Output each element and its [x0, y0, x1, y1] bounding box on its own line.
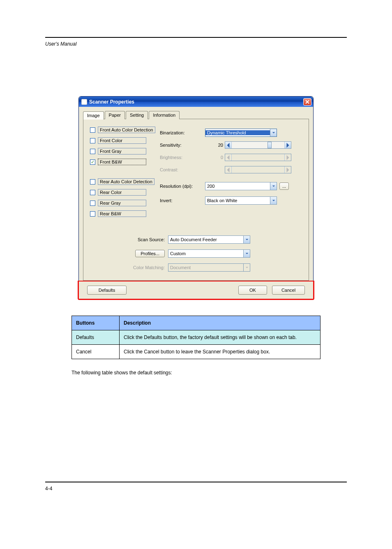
- dropdown-value: Custom: [168, 251, 243, 256]
- slider-thumb[interactable]: [267, 142, 272, 148]
- side-front-gray[interactable]: Front Gray: [90, 148, 160, 155]
- checkbox[interactable]: [90, 127, 95, 133]
- checkbox[interactable]: [90, 149, 95, 154]
- side-label: Rear Color: [98, 189, 146, 196]
- cancel-button[interactable]: Cancel: [272, 286, 305, 295]
- scan-source-dropdown[interactable]: Auto Document Feeder: [168, 235, 250, 244]
- side-label: Rear Gray: [98, 200, 146, 206]
- chevron-down-icon: [270, 197, 277, 204]
- side-label: Front B&W: [98, 159, 146, 165]
- color-matching-dropdown: Document: [168, 263, 250, 272]
- decrement-button: [225, 166, 232, 173]
- side-label: Rear Auto Color Detection: [98, 178, 154, 185]
- tab-page-image: Front Auto Color Detection Front Color F…: [83, 119, 309, 281]
- resolution-more-button[interactable]: ...: [279, 182, 289, 190]
- increment-button[interactable]: [284, 142, 291, 148]
- side-front-bw[interactable]: Front B&W: [90, 159, 160, 165]
- resolution-dropdown[interactable]: 200: [205, 182, 277, 190]
- chevron-down-icon: [270, 129, 277, 136]
- dropdown-value: Dynamic Threshold: [205, 130, 270, 135]
- profiles-button[interactable]: Profiles...: [135, 250, 165, 257]
- tab-label: Setting: [130, 113, 144, 118]
- chevron-down-icon: [243, 236, 250, 243]
- caption-text: The following table shows the default se…: [71, 370, 321, 376]
- table-cell: Cancel: [72, 345, 120, 359]
- chevron-down-icon: [243, 264, 250, 271]
- brightness-value: 0: [205, 155, 225, 160]
- close-icon: [305, 100, 309, 104]
- side-rear-auto-color[interactable]: Rear Auto Color Detection: [90, 178, 160, 185]
- color-matching-label: Color Matching:: [90, 265, 168, 270]
- header-line: User's Manual: [45, 41, 347, 47]
- binarization-label: Binarization:: [160, 130, 205, 135]
- header-left: User's Manual: [45, 41, 76, 47]
- invert-label: Invert:: [160, 198, 205, 203]
- image-options: Binarization: Dynamic Threshold Sensitiv…: [160, 127, 302, 221]
- checkbox[interactable]: [90, 211, 95, 217]
- titlebar[interactable]: Scanner Properties: [79, 97, 313, 107]
- scanner-properties-dialog: Scanner Properties Image Paper Setting I…: [78, 96, 314, 299]
- table-header: Description: [120, 316, 321, 330]
- checkbox[interactable]: [90, 179, 95, 185]
- bottom-options: Scan Source: Auto Document Feeder Profil…: [90, 233, 302, 274]
- description-table: Buttons Description Defaults Click the D…: [71, 316, 321, 359]
- chevron-down-icon: [270, 182, 277, 190]
- header-rule: [45, 37, 347, 38]
- side-label: Rear B&W: [98, 210, 146, 217]
- side-rear-gray[interactable]: Rear Gray: [90, 200, 160, 206]
- resolution-label: Resolution (dpi):: [160, 184, 205, 189]
- footer-page: 4-4: [45, 486, 347, 491]
- dropdown-value: Document: [168, 265, 243, 270]
- side-label: Front Gray: [98, 148, 146, 155]
- binarization-dropdown[interactable]: Dynamic Threshold: [205, 129, 277, 137]
- brightness-label: Brightness:: [160, 155, 205, 160]
- tab-setting[interactable]: Setting: [126, 111, 148, 119]
- tab-label: Image: [87, 113, 100, 118]
- image-side-list: Front Auto Color Detection Front Color F…: [90, 127, 160, 221]
- close-button[interactable]: [303, 98, 311, 106]
- checkbox[interactable]: [90, 159, 95, 165]
- button-bar: Defaults OK Cancel: [79, 281, 313, 299]
- dropdown-value: Black on White: [205, 198, 270, 203]
- tab-image[interactable]: Image: [83, 111, 104, 120]
- profiles-dropdown[interactable]: Custom: [168, 249, 250, 258]
- tab-label: Paper: [109, 113, 121, 118]
- dropdown-value: 200: [205, 184, 270, 189]
- sensitivity-slider[interactable]: 20: [205, 141, 291, 149]
- increment-button: [284, 154, 291, 161]
- scanner-icon: [81, 99, 87, 105]
- side-label: Front Color: [98, 137, 146, 144]
- footer-rule: [45, 482, 347, 482]
- side-front-auto-color[interactable]: Front Auto Color Detection: [90, 127, 160, 133]
- defaults-button[interactable]: Defaults: [87, 286, 127, 295]
- contrast-label: Contrast:: [160, 167, 205, 172]
- checkbox[interactable]: [90, 190, 95, 195]
- table-cell: Click the Defaults button, the factory d…: [120, 330, 321, 345]
- dialog-title: Scanner Properties: [89, 99, 134, 105]
- slider-track: [232, 166, 284, 173]
- decrement-button: [225, 154, 232, 161]
- tab-paper[interactable]: Paper: [105, 111, 125, 119]
- slider-track: [232, 154, 284, 161]
- invert-dropdown[interactable]: Black on White: [205, 196, 277, 205]
- side-front-color[interactable]: Front Color: [90, 137, 160, 144]
- table-cell: Defaults: [72, 330, 120, 345]
- ok-button[interactable]: OK: [238, 286, 267, 295]
- increment-button: [284, 166, 291, 173]
- checkbox[interactable]: [90, 201, 95, 206]
- tab-information[interactable]: Information: [149, 111, 180, 119]
- checkbox[interactable]: [90, 138, 95, 143]
- contrast-slider: [205, 166, 291, 174]
- table-cell: Click the Cancel button to leave the Sca…: [120, 345, 321, 359]
- table-header: Buttons: [72, 316, 120, 330]
- sensitivity-label: Sensitivity:: [160, 143, 205, 148]
- decrement-button[interactable]: [225, 142, 232, 148]
- side-rear-bw[interactable]: Rear B&W: [90, 210, 160, 217]
- chevron-down-icon: [243, 250, 250, 257]
- sensitivity-value: 20: [205, 143, 225, 148]
- dropdown-value: Auto Document Feeder: [168, 237, 243, 242]
- side-rear-color[interactable]: Rear Color: [90, 189, 160, 196]
- side-label: Front Auto Color Detection: [98, 127, 155, 133]
- tabstrip: Image Paper Setting Information: [83, 111, 309, 119]
- slider-track[interactable]: [232, 142, 284, 148]
